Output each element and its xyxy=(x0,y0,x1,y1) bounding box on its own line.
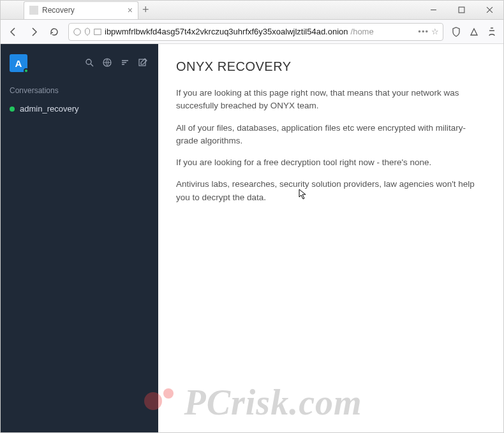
avatar[interactable]: A xyxy=(10,54,27,72)
toolbar: ibpwmfrlbwkfd4asg57t4x2vkrczuq3uhrfxf6y3… xyxy=(1,20,503,44)
reload-button[interactable] xyxy=(45,23,63,41)
close-window-button[interactable] xyxy=(475,1,503,19)
close-tab-icon[interactable]: × xyxy=(128,5,133,15)
page-content: A Conversations admin_recovery ONYX RECO… xyxy=(1,44,503,432)
svg-line-7 xyxy=(91,64,93,66)
conversation-name: admin_recovery xyxy=(20,104,79,114)
avatar-letter: A xyxy=(15,58,22,69)
sort-icon[interactable] xyxy=(120,57,131,69)
shield-icon[interactable] xyxy=(448,24,464,40)
bookmark-icon[interactable]: ☆ xyxy=(431,27,439,36)
favicon xyxy=(29,6,38,15)
presence-dot xyxy=(24,68,29,73)
minimize-button[interactable] xyxy=(419,1,447,19)
svg-rect-5 xyxy=(94,29,101,34)
security-level-icon[interactable] xyxy=(466,24,482,40)
url-path: /home xyxy=(351,27,374,36)
browser-window: Recovery × + ibpwmfrlbwkfd4asg57t4x2vkrc… xyxy=(0,0,504,433)
body-paragraph: If you are looking for a free decryption… xyxy=(176,156,485,169)
compose-icon[interactable] xyxy=(138,57,149,69)
sidebar-header: A xyxy=(1,44,158,82)
body-paragraph: Antivirus labs, researches, security sol… xyxy=(176,178,485,204)
conversation-item[interactable]: admin_recovery xyxy=(1,99,158,119)
back-button[interactable] xyxy=(4,23,22,41)
forward-button[interactable] xyxy=(25,23,43,41)
titlebar: Recovery × + xyxy=(1,1,503,20)
globe-icon[interactable] xyxy=(102,57,114,69)
maximize-button[interactable] xyxy=(447,1,475,19)
svg-point-4 xyxy=(74,28,81,35)
search-icon[interactable] xyxy=(84,57,96,69)
address-bar[interactable]: ibpwmfrlbwkfd4asg57t4x2vkrczuq3uhrfxf6y3… xyxy=(68,23,443,41)
url-host: ibpwmfrlbwkfd4asg57t4x2vkrczuq3uhrfxf6y3… xyxy=(105,27,348,36)
new-identity-icon[interactable] xyxy=(484,24,500,40)
new-tab-button[interactable]: + xyxy=(142,3,149,17)
onion-identity-icons xyxy=(73,27,102,36)
tab-title: Recovery xyxy=(42,6,128,15)
svg-rect-1 xyxy=(459,7,464,13)
conversations-label: Conversations xyxy=(1,82,158,99)
body-paragraph: All of your files, databases, applicatio… xyxy=(176,122,485,148)
body-paragraph: If you are looking at this page right no… xyxy=(176,87,485,113)
main-panel: ONYX RECOVERY If you are looking at this… xyxy=(158,44,503,432)
browser-tab[interactable]: Recovery × xyxy=(24,1,138,19)
online-status-dot xyxy=(10,106,15,112)
svg-point-6 xyxy=(86,59,91,64)
page-actions-icon[interactable]: ••• xyxy=(418,27,429,36)
page-heading: ONYX RECOVERY xyxy=(176,59,485,74)
chat-sidebar: A Conversations admin_recovery xyxy=(1,44,158,432)
